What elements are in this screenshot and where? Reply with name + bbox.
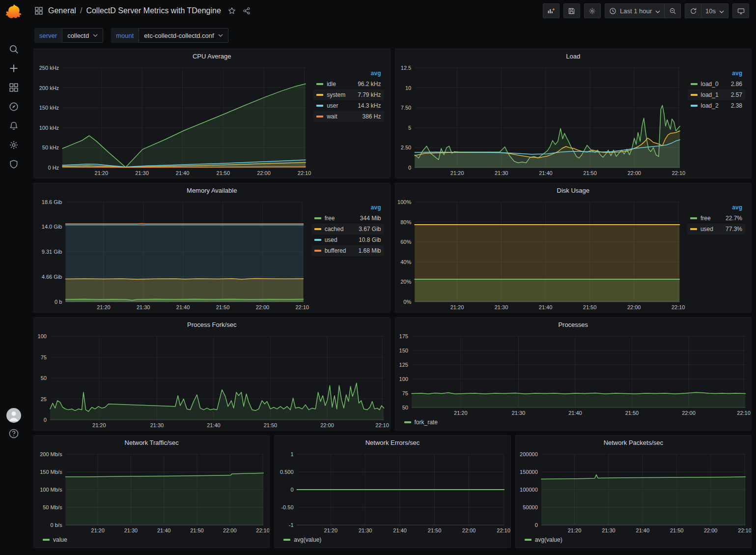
breadcrumb-folder[interactable]: General [48,6,76,15]
alerting-bell-icon[interactable] [8,120,20,132]
svg-text:21:30: 21:30 [135,170,149,176]
panel-title[interactable]: Disk Usage [557,187,589,194]
svg-text:200 Mb/s: 200 Mb/s [40,451,62,457]
svg-text:21:50: 21:50 [264,422,278,428]
legend-avg-header[interactable]: avg [688,69,745,79]
legend-item-free[interactable]: free344 Mib [311,213,384,224]
panel-title[interactable]: Network Errors/sec [365,439,420,446]
series-color-swatch[interactable] [283,539,290,541]
dashboard-breadcrumb-icon[interactable] [34,6,43,15]
star-icon[interactable] [228,7,236,15]
svg-text:200000: 200000 [520,451,538,457]
add-panel-button[interactable] [543,3,560,18]
share-icon[interactable] [243,7,251,15]
panel-legend: avgfree22.7%used77.3% [685,197,751,312]
svg-text:0: 0 [44,417,47,423]
dashboard-title[interactable]: CollectD Server Metrics with TDengine [86,6,221,15]
panel-title[interactable]: Memory Available [187,187,237,194]
legend-item-cached[interactable]: cached3.67 Gib [311,224,384,234]
refresh-button[interactable] [685,3,701,18]
series-color-swatch[interactable] [525,539,532,541]
chart[interactable]: 507510012515017521:2021:3021:4021:5022:0… [395,331,752,418]
chart[interactable]: 02.5057.501012.521:2021:3021:4021:5022:0… [395,63,686,178]
admin-shield-icon[interactable] [8,158,20,170]
series-color-swatch [314,239,321,241]
legend-item-load_0[interactable]: load_02.86 [688,79,745,89]
variable-mount-select[interactable]: etc-collectd-collectd.conf [139,28,228,43]
dashboards-grid-icon[interactable] [8,82,20,93]
grafana-logo[interactable] [5,3,23,21]
legend-item-buffered[interactable]: buffered1.68 Mib [311,245,384,256]
cycle-view-mode-button[interactable] [732,3,749,18]
svg-text:21:30: 21:30 [494,170,508,176]
chart[interactable]: 0 b4.66 Gib9.31 Gib14.0 Gib18.6 Gib21:20… [34,197,309,312]
legend-item-load_1[interactable]: load_12.57 [688,89,745,100]
refresh-interval-picker[interactable]: 10s [701,3,728,18]
svg-text:100000: 100000 [520,487,538,493]
help-icon[interactable] [0,428,28,439]
legend-item-user[interactable]: user14.3 kHz [313,100,384,111]
panel-title[interactable]: Network Traffic/sec [125,439,179,446]
create-plus-icon[interactable] [8,62,20,74]
panel-title[interactable]: CPU Average [193,53,231,60]
panel-network-packets-sec: Network Packets/sec050000100000150000200… [515,435,752,548]
save-dashboard-button[interactable] [563,3,580,18]
legend-series-name[interactable]: fork_rate [415,419,438,426]
legend-series-name: load_1 [701,91,719,98]
legend-item-idle[interactable]: idle96.2 kHz [313,79,384,89]
zoom-out-time-button[interactable] [664,3,681,18]
search-icon[interactable] [8,43,20,55]
legend-series-name[interactable]: value [53,536,67,543]
time-range-picker[interactable]: Last 1 hour [605,3,665,18]
svg-text:21:50: 21:50 [583,170,597,176]
legend-avg-header[interactable]: avg [313,69,384,79]
series-color-swatch [690,228,697,230]
svg-text:175: 175 [399,333,408,339]
panel-title[interactable]: Processes [558,321,588,328]
chart[interactable]: 0 b/s50 Mb/s100 Mb/s150 Mb/s200 Mb/s21:2… [34,449,269,535]
svg-text:22:10: 22:10 [738,527,751,533]
legend-item-used[interactable]: used77.3% [687,224,745,234]
chart[interactable]: 0%20%40%60%80%100%21:2021:3021:4021:5022… [395,197,685,312]
svg-text:200 kHz: 200 kHz [39,85,59,91]
legend-item-used[interactable]: used10.8 Gib [311,234,384,245]
sidebar-nav [8,43,20,170]
panel-title[interactable]: Process Fork/sec [187,321,236,328]
legend-item-free[interactable]: free22.7% [687,213,745,224]
legend-item-wait[interactable]: wait386 Hz [313,111,384,122]
legend-item-load_2[interactable]: load_22.38 [688,100,745,111]
dashboard-settings-button[interactable] [584,3,601,18]
chart[interactable]: 0 Hz50 kHz100 kHz150 kHz200 kHz250 kHz21… [34,63,311,178]
legend-series-name: cached [325,226,344,233]
svg-text:22:10: 22:10 [295,304,309,310]
chart[interactable]: 05000010000015000020000021:2021:3021:402… [516,449,751,535]
panel-title[interactable]: Load [566,53,580,60]
series-color-swatch[interactable] [404,421,411,423]
legend-avg-value: 386 Hz [362,113,381,120]
legend-avg-header[interactable]: avg [687,203,745,213]
svg-text:0: 0 [291,487,294,493]
sidebar [0,0,28,555]
variable-server-select[interactable]: collectd [62,28,103,43]
chart[interactable]: 025507510021:2021:3021:4021:5022:0022:10 [34,331,390,430]
series-color-swatch [316,105,323,107]
legend-series-name[interactable]: avg(value) [535,536,562,543]
toolbar: Last 1 hour 10s [543,3,749,18]
chart[interactable]: -1-0.5000.500121:2021:3021:4021:5022:002… [275,449,510,535]
legend-series-name[interactable]: avg(value) [294,536,321,543]
series-color-swatch[interactable] [43,539,50,541]
legend-avg-value: 3.67 Gib [359,226,381,233]
panel-cpu-average: CPU Average0 Hz50 kHz100 kHz150 kHz200 k… [33,49,391,178]
explore-compass-icon[interactable] [8,101,20,113]
legend-series-name: used [325,236,337,243]
svg-text:22:10: 22:10 [298,170,311,176]
legend-avg-header[interactable]: avg [311,203,384,213]
user-avatar[interactable] [0,408,28,423]
svg-text:22:00: 22:00 [627,170,641,176]
legend-item-system[interactable]: system7.79 kHz [313,89,384,100]
svg-text:21:20: 21:20 [95,170,109,176]
svg-text:22:10: 22:10 [497,527,510,533]
configuration-gear-icon[interactable] [8,139,20,151]
svg-text:75: 75 [41,354,47,360]
panel-title[interactable]: Network Packets/sec [604,439,663,446]
